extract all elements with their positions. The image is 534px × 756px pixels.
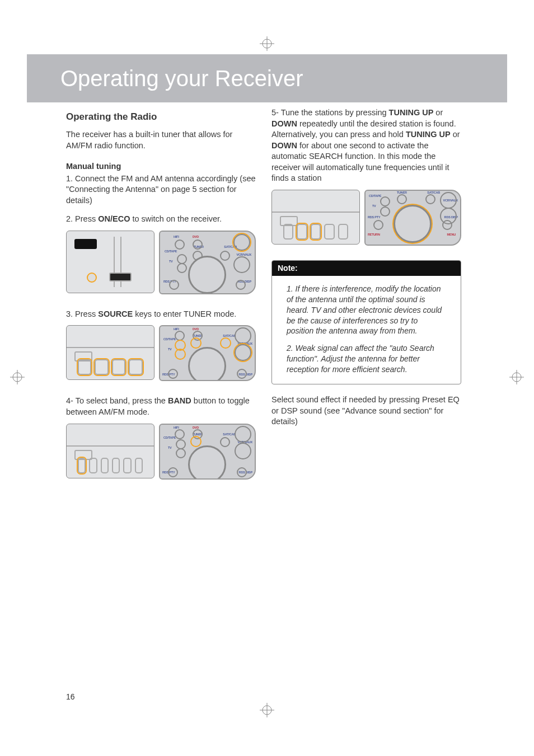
source-btn-highlight: [235, 344, 251, 361]
manual-page: Operating your Receiver Operating the Ra…: [0, 0, 534, 756]
lbl-dvd: DVD: [193, 235, 199, 239]
lbl-menu: MENU: [447, 233, 456, 237]
left-column: Operating the Radio The receiver has a b…: [66, 107, 256, 494]
band-label: BAND: [168, 396, 191, 405]
tune-up-button-highlight: [311, 224, 321, 240]
right-column: 5- Tune the stations by pressing TUNING …: [271, 107, 461, 494]
step-3-c: keys to enter TUNER mode.: [133, 309, 236, 318]
lbl-rdspty: RDS PTY: [368, 215, 380, 219]
tuner-button-highlight: [191, 437, 200, 446]
power-button-highlight: [233, 234, 250, 251]
down-label: DOWN: [271, 119, 297, 128]
illustration-step4: HIFI DVD CD/TAPE TUNER SAT/CAB TV VCR/VA…: [66, 424, 256, 480]
source-buttons-highlight: [67, 359, 154, 375]
source-btn-highlight: [221, 339, 230, 348]
front-panel-illustration: [66, 231, 154, 293]
tuning-up-label-2: TUNING UP: [406, 130, 451, 139]
source-btn-highlight: [176, 350, 185, 359]
note-1: 1. If there is interference, modify the …: [287, 284, 446, 336]
s5c: or: [433, 108, 443, 117]
lbl-hifi: HIFI: [174, 235, 179, 239]
s5g: or: [451, 130, 460, 139]
intro-text: The receiver has a built-in tuner that a…: [66, 129, 256, 151]
tune-down-button-highlight: [297, 224, 307, 240]
remote-illustration: HIFI DVD CD/TAPE TUNER SAT/CAB TV VCR/VA…: [159, 325, 256, 381]
note-2: 2. Weak signal can affect the "auto Sear…: [287, 343, 446, 375]
front-panel-illustration: [271, 190, 360, 245]
lbl-tv: TV: [168, 446, 172, 450]
front-panel-illustration: [66, 325, 154, 380]
lbl-cdtape: CD/TAPE: [369, 194, 381, 198]
tuning-ring-highlight: [394, 205, 432, 243]
lbl-cdtape: CD/TAPE: [163, 337, 176, 341]
illustration-step3: HIFI DVD CD/TAPE TUNER SAT/CAB TV VCR/VA…: [66, 325, 256, 381]
remote-illustration: CD/TAPE TUNER SAT/CAB TV VCR/VAUX RDS PT…: [364, 190, 461, 246]
step-2: 2. Press ON/ECO to switch on the receive…: [66, 214, 256, 225]
crop-mark-bottom: [260, 703, 274, 720]
lbl-tv: TV: [169, 260, 173, 264]
step-3: 3. Press SOURCE keys to enter TUNER mode…: [66, 309, 256, 320]
subheading-manual-tuning: Manual tuning: [66, 161, 256, 172]
content-columns: Operating the Radio The receiver has a b…: [66, 107, 461, 494]
on-eco-button-highlight: [87, 273, 97, 283]
step-2-c: to switch on the receiver.: [130, 214, 222, 223]
section-title: Operating your Receiver: [60, 66, 303, 91]
lbl-satcab: SAT/CAB: [223, 433, 236, 436]
step-4: 4- To select band, press the BAND button…: [66, 396, 256, 417]
illustration-step2: HIFI DVD CD/TAPE TUNER SAT/CAB TV VCR/VA…: [66, 231, 256, 294]
crop-mark-top: [260, 36, 274, 53]
subheading-operating-radio: Operating the Radio: [66, 111, 256, 124]
tuning-up-label: TUNING UP: [389, 108, 434, 117]
step-2-a: 2. Press: [66, 214, 98, 223]
down-label-2: DOWN: [271, 141, 297, 150]
note-box: Note: 1. If there is interference, modif…: [271, 260, 461, 384]
lbl-tv: TV: [168, 348, 172, 351]
crop-mark-left: [10, 370, 25, 387]
band-button-highlight: [78, 458, 86, 473]
lbl-tv: TV: [372, 204, 376, 208]
step-4-a: 4- To select band, press the: [66, 396, 168, 405]
remote-illustration: HIFI DVD CD/TAPE TUNER SAT/CAB TV VCR/VA…: [159, 231, 256, 294]
note-heading: Note:: [272, 261, 461, 276]
front-panel-illustration: [66, 424, 154, 478]
lbl-cdtape: CD/TAPE: [163, 436, 176, 440]
illustration-step5: CD/TAPE TUNER SAT/CAB TV VCR/VAUX RDS PT…: [271, 190, 461, 246]
s5i: for about one second to activate the aut…: [271, 141, 449, 183]
source-label: SOURCE: [98, 309, 133, 318]
remote-illustration: HIFI DVD CD/TAPE TUNER SAT/CAB TV VCR/VA…: [159, 424, 256, 480]
step-3-a: 3. Press: [66, 309, 98, 318]
source-btn-highlight: [191, 339, 200, 348]
step-1: 1. Connect the FM and AM antenna accordi…: [66, 173, 256, 206]
on-eco-label: ON/ECO: [98, 214, 130, 223]
crop-mark-right: [509, 370, 524, 387]
source-btn-highlight: [176, 341, 185, 350]
step-5: 5- Tune the stations by pressing TUNING …: [271, 107, 461, 184]
lbl-cdtape: CD/TAPE: [165, 250, 177, 253]
lbl-return: RETURN: [368, 233, 380, 237]
lbl-satcab: SAT/CAB: [223, 334, 236, 338]
page-number: 16: [66, 692, 75, 701]
section-header-band: Operating your Receiver: [27, 54, 507, 102]
note-body: 1. If there is interference, modify the …: [272, 276, 461, 384]
closing-text: Select sound effect if needed by pressin…: [271, 395, 461, 428]
s5a: 5- Tune the stations by pressing: [271, 108, 389, 117]
